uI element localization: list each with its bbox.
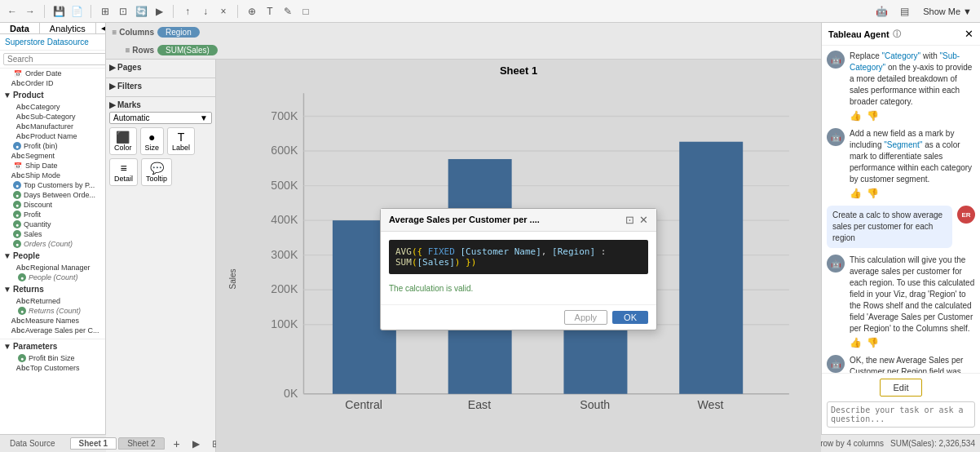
analytics-tab[interactable]: Analytics <box>40 23 96 33</box>
sidebar-item-orders-count[interactable]: ● Orders (Count) <box>0 239 105 249</box>
pages-shelf: ▶ Pages <box>106 60 215 78</box>
datasource-tab[interactable]: Data Source <box>5 438 60 449</box>
sidebar-item-profit-bin-size[interactable]: ● Profit Bin Size <box>0 353 105 363</box>
sidebar-item-returns-count[interactable]: ● Returns (Count) <box>0 306 105 316</box>
sidebar-item-top-customers[interactable]: ● Top Customers by P... <box>0 180 105 190</box>
sidebar-toggle[interactable]: ◀ <box>98 23 106 33</box>
add-sheet-btn[interactable]: + <box>168 436 186 452</box>
sidebar-item-discount[interactable]: ● Discount <box>0 200 105 210</box>
sort-asc-btn[interactable]: ↑ <box>179 3 196 20</box>
sidebar-item-people-count[interactable]: ● People (Count) <box>0 273 105 282</box>
thumbs-up-1[interactable]: 👍 <box>850 110 862 122</box>
sidebar-item-manufacturer[interactable]: Abc Manufacturer <box>0 122 105 131</box>
product-section[interactable]: ▼ Product <box>0 88 105 102</box>
rows-pill[interactable]: SUM(Sales) <box>157 45 218 55</box>
search-input[interactable] <box>3 53 106 65</box>
thumbs-up-3[interactable]: 👍 <box>850 337 862 348</box>
present-btn[interactable]: ▤ <box>895 3 913 20</box>
sidebar-item-subcategory[interactable]: Abc Sub-Category <box>0 112 105 122</box>
marks-type-dropdown[interactable]: Automatic ▼ <box>109 112 212 124</box>
data-tab[interactable]: Data <box>0 23 40 33</box>
columns-pill[interactable]: Region <box>157 27 200 38</box>
forward-button[interactable]: → <box>21 3 39 20</box>
sheet-list-btn[interactable]: ▶ <box>188 436 205 452</box>
show-me-button[interactable]: Show Me ▼ <box>918 5 977 18</box>
sidebar-item-sales[interactable]: ● Sales <box>0 229 105 239</box>
sidebar-item-profit-bin[interactable]: ● Profit (bin) <box>0 141 105 151</box>
agent-close-btn[interactable]: ✕ <box>965 28 973 40</box>
sheet2-tab[interactable]: Sheet 2 <box>118 437 164 450</box>
extract-btn[interactable]: ⊡ <box>114 3 132 20</box>
analysis-buttons: ⊕ T ✎ □ <box>243 3 315 20</box>
sidebar-item-profit[interactable]: ● Profit <box>0 210 105 219</box>
color-mark-btn[interactable]: ⬛ Color <box>109 127 137 155</box>
sep4 <box>237 5 238 18</box>
measure-icon: ● <box>13 220 21 228</box>
agent-icon[interactable]: 🤖 <box>872 3 890 20</box>
people-section[interactable]: ▼ People <box>0 249 105 263</box>
back-button[interactable]: ← <box>3 3 21 20</box>
sidebar-item-top-customers-param[interactable]: Abc Top Customers <box>0 363 105 373</box>
refresh-btn[interactable]: 🔄 <box>132 3 150 20</box>
group-btn[interactable]: ⊕ <box>243 3 261 20</box>
thumbs-down-2[interactable]: 👎 <box>867 188 879 199</box>
sidebar-item-segment[interactable]: Abc Segment <box>0 151 105 161</box>
thumbs-down-1[interactable]: 👎 <box>867 110 879 122</box>
thumbs-up-2[interactable]: 👍 <box>850 188 862 199</box>
sidebar-item-returned[interactable]: Abc Returned <box>0 296 105 306</box>
tooltip-btn[interactable]: □ <box>297 3 315 20</box>
apply-button[interactable]: Apply <box>564 310 608 325</box>
sidebar-item-category[interactable]: Abc Category <box>0 102 105 112</box>
agent-msg-text-1: Replace "Category" with "Sub-Category" o… <box>850 51 975 108</box>
agent-input[interactable] <box>827 401 975 428</box>
sort-clear-btn[interactable]: × <box>214 3 232 20</box>
pages-title: ▶ Pages <box>109 63 212 72</box>
agent-avatar-1: 🤖 <box>827 51 845 69</box>
calc-formula[interactable]: AVG({ FIXED [Customer Name], [Region] : … <box>389 240 648 274</box>
abc-icon: Abc <box>13 79 23 87</box>
filters-shelf: ▶ Filters <box>106 78 215 97</box>
sidebar-item-quantity[interactable]: ● Quantity <box>0 219 105 229</box>
sidebar-item-order-date[interactable]: 📅 Order Date <box>0 69 105 78</box>
parameters-section[interactable]: ▼ Parameters <box>0 339 105 353</box>
sidebar-item-regional-manager[interactable]: Abc Regional Manager <box>0 263 105 273</box>
tooltip-mark-btn[interactable]: 💬 Tooltip <box>141 158 172 186</box>
sidebar-item-days-between[interactable]: ● Days Between Orde... <box>0 190 105 200</box>
ok-button[interactable]: OK <box>612 311 648 324</box>
size-mark-btn[interactable]: ● Size <box>140 127 165 155</box>
auto-update-btn[interactable]: ▶ <box>150 3 168 20</box>
annotate-btn[interactable]: ✎ <box>279 3 297 20</box>
save-button[interactable]: 💾 <box>50 3 68 20</box>
thumbs-down-3[interactable]: 👎 <box>867 337 879 348</box>
returns-section[interactable]: ▼ Returns <box>0 282 105 296</box>
sidebar-item-order-id[interactable]: Abc Order ID <box>0 78 105 88</box>
modal-close-btn[interactable]: ✕ <box>639 214 648 226</box>
toolbar: ← → 💾 📄 ⊞ ⊡ 🔄 ▶ ↑ ↓ × ⊕ T ✎ □ 🤖 ▤ Show M… <box>0 0 980 23</box>
sidebar-item-avg-sales[interactable]: Abc Average Sales per C... <box>0 326 105 335</box>
agent-msg-1: 🤖 Replace "Category" with "Sub-Category"… <box>827 51 975 122</box>
measure-icon: ● <box>13 201 21 209</box>
label-mark-btn[interactable]: T Label <box>167 127 195 155</box>
sheet1-tab[interactable]: Sheet 1 <box>70 437 117 450</box>
abc-icon: Abc <box>18 297 28 305</box>
modal-restore-btn[interactable]: ⊡ <box>625 214 634 226</box>
abc-icon: Abc <box>18 103 28 111</box>
sidebar-item-ship-date[interactable]: 📅 Ship Date <box>0 161 105 171</box>
agent-msg-4: 🤖 OK, the new Average Sales per Customer… <box>827 355 975 373</box>
detail-mark-btn[interactable]: ≡ Detail <box>109 158 138 186</box>
sidebar-item-measure-names[interactable]: Abc Measure Names <box>0 316 105 326</box>
color-icon: ⬛ <box>116 131 130 144</box>
rows-label: ≡ Rows <box>109 46 154 55</box>
label-btn[interactable]: T <box>261 3 279 20</box>
edit-button[interactable]: Edit <box>880 379 923 397</box>
sort-desc-btn[interactable]: ↓ <box>196 3 214 20</box>
datasource-btn[interactable]: ⊞ <box>96 3 114 20</box>
datasource-link[interactable]: Superstore Datasource <box>0 34 105 51</box>
formula-text: AVG <box>395 246 412 257</box>
sidebar-item-product-name[interactable]: Abc Product Name <box>0 131 105 141</box>
new-button[interactable]: 📄 <box>68 3 86 20</box>
show-me-icon: ▼ <box>963 7 972 16</box>
sidebar-item-ship-mode[interactable]: Abc Ship Mode <box>0 171 105 180</box>
rows-shelf: ≡ Rows SUM(Sales) <box>106 41 821 59</box>
agent-msg-2: 🤖 Add a new field as a mark by including… <box>827 128 975 199</box>
